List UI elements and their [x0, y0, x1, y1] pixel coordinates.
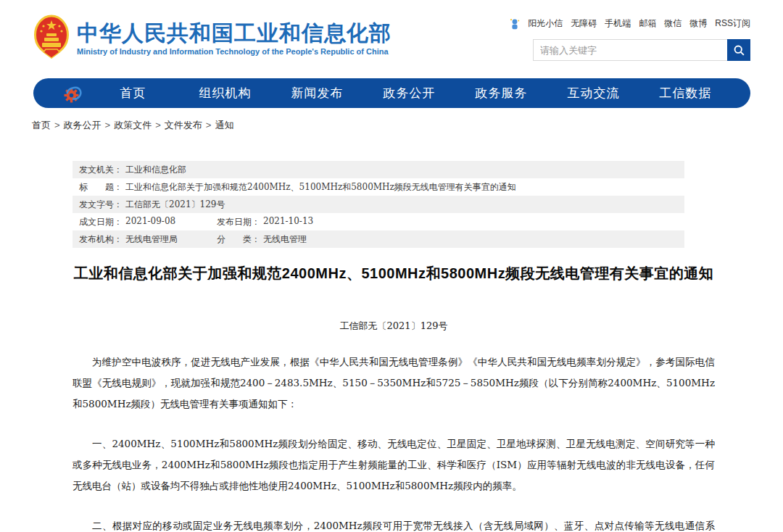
breadcrumb: 首页>政务公开>政策文件>文件发布>通知 [32, 119, 783, 132]
article-paragraph: 为维护空中电波秩序，促进无线电产业发展，根据《中华人民共和国无线电管理条例》《中… [72, 352, 715, 415]
top-link-rss[interactable]: RSS订阅 [715, 17, 750, 30]
meta-value: 无线电管理 [263, 233, 307, 246]
crumb-policy-documents[interactable]: 政策文件 [114, 120, 152, 130]
meta-value: 工业和信息化部 [125, 164, 186, 176]
meta-value: 工业和信息化部关于加强和规范2400MHz、5100MHz和5800MHz频段无… [125, 181, 516, 194]
crumb-notice[interactable]: 通知 [215, 120, 233, 130]
article-doc-number: 工信部无〔2021〕129号 [72, 320, 715, 333]
document-meta-table: 发文机关： 工业和信息化部 标 题： 工业和信息化部关于加强和规范2400MHz… [72, 161, 684, 248]
top-link-sunshine-xiaoxin[interactable]: 阳光小信 [528, 17, 563, 30]
header-right: 阳光小信 无障碍 手机端 邮箱 微信 微博 RSS订阅 [533, 14, 750, 61]
meta-cell: 发布机构： 无线电管理局 [79, 233, 217, 246]
search-bar [533, 39, 750, 61]
nav-item-organization[interactable]: 组织机构 [179, 85, 271, 101]
meta-row-title: 标 题： 工业和信息化部关于加强和规范2400MHz、5100MHz和5800M… [72, 178, 684, 196]
search-input[interactable] [533, 39, 727, 61]
meta-row-publisher-category: 发布机构： 无线电管理局 分 类： 无线电管理 [72, 230, 684, 248]
content: 发文机关： 工业和信息化部 标 题： 工业和信息化部关于加强和规范2400MHz… [72, 161, 715, 532]
meta-cell: 发文机关： 工业和信息化部 [79, 164, 186, 176]
site-header: 中华人民共和国工业和信息化部 Ministry of Industry and … [0, 0, 783, 77]
meta-label: 成文日期： [79, 216, 123, 228]
meta-cell: 成文日期： 2021-09-08 [79, 216, 217, 228]
meta-cell: 发文字号： 工信部无〔2021〕129号 [79, 199, 225, 211]
miit-logo-icon [62, 83, 84, 104]
national-emblem-icon [33, 14, 70, 61]
meta-cell: 标 题： 工业和信息化部关于加强和规范2400MHz、5100MHz和5800M… [79, 181, 516, 194]
meta-label: 分 类： [217, 233, 260, 246]
meta-label: 发布日期： [217, 216, 260, 228]
search-button[interactable] [727, 39, 750, 61]
brand-text: 中华人民共和国工业和信息化部 Ministry of Industry and … [77, 20, 392, 57]
article-body: 为维护空中电波秩序，促进无线电产业发展，根据《中华人民共和国无线电管理条例》《中… [72, 352, 715, 532]
nav-item-home[interactable]: 首页 [87, 85, 179, 101]
meta-cell: 发布日期： 2021-10-13 [217, 216, 313, 228]
meta-label: 发文字号： [79, 199, 123, 211]
crumb-home[interactable]: 首页 [32, 120, 51, 130]
meta-label: 发文机关： [79, 164, 123, 176]
breadcrumb-separator: > [105, 120, 111, 130]
site-title: 中华人民共和国工业和信息化部 [77, 21, 392, 46]
article-paragraph: 一、2400MHz、5100MHz和5800MHz频段划分给固定、移动、无线电定… [72, 433, 715, 496]
top-link-mobile[interactable]: 手机端 [605, 17, 631, 30]
meta-value: 工信部无〔2021〕129号 [125, 199, 225, 211]
meta-row-issuing-agency: 发文机关： 工业和信息化部 [72, 161, 684, 178]
nav-item-gov-services[interactable]: 政务服务 [455, 85, 547, 101]
breadcrumb-separator: > [206, 120, 212, 130]
breadcrumb-separator: > [155, 120, 161, 130]
main-nav: 首页 组织机构 新闻发布 政务公开 政务服务 互动交流 工信数据 [33, 78, 750, 108]
meta-value: 无线电管理局 [125, 233, 178, 246]
article-paragraph: 二、根据对应的移动或固定业务无线电频率划分，2400MHz频段可用于宽带无线接入… [72, 515, 715, 532]
brand[interactable]: 中华人民共和国工业和信息化部 Ministry of Industry and … [33, 14, 392, 61]
meta-value: 2021-09-08 [125, 216, 175, 228]
meta-row-dates: 成文日期： 2021-09-08 发布日期： 2021-10-13 [72, 213, 684, 230]
nav-item-miit-data[interactable]: 工信数据 [639, 85, 732, 101]
meta-value: 2021-10-13 [263, 216, 313, 228]
mascot-icon [510, 18, 520, 30]
site-subtitle: Ministry of Industry and Information Tec… [77, 47, 392, 56]
crumb-document-release[interactable]: 文件发布 [165, 120, 202, 130]
nav-item-interaction[interactable]: 互动交流 [547, 85, 639, 101]
meta-label: 标 题： [79, 181, 123, 194]
top-link-weibo[interactable]: 微博 [689, 17, 707, 30]
meta-row-doc-number: 发文字号： 工信部无〔2021〕129号 [72, 196, 684, 213]
crumb-gov-disclosure[interactable]: 政务公开 [64, 120, 102, 130]
article-title: 工业和信息化部关于加强和规范2400MHz、5100MHz和5800MHz频段无… [72, 264, 715, 283]
top-link-mail[interactable]: 邮箱 [639, 17, 656, 30]
meta-cell: 分 类： 无线电管理 [217, 233, 307, 246]
search-icon [733, 44, 745, 57]
top-link-wechat[interactable]: 微信 [664, 17, 682, 30]
meta-label: 发布机构： [79, 233, 123, 246]
top-link-accessibility[interactable]: 无障碍 [571, 17, 597, 30]
nav-item-gov-disclosure[interactable]: 政务公开 [363, 85, 455, 101]
top-links: 阳光小信 无障碍 手机端 邮箱 微信 微博 RSS订阅 [533, 17, 750, 30]
breadcrumb-separator: > [54, 120, 60, 130]
nav-item-news[interactable]: 新闻发布 [271, 85, 363, 101]
